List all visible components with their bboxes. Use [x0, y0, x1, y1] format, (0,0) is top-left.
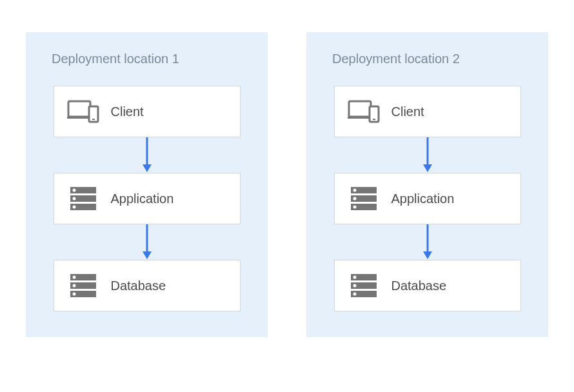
server-icon [67, 182, 99, 215]
svg-rect-1 [67, 117, 92, 119]
svg-point-29 [353, 189, 356, 192]
svg-rect-0 [68, 101, 90, 117]
svg-rect-21 [348, 117, 372, 119]
node-label: Database [391, 279, 447, 293]
svg-point-11 [72, 206, 75, 209]
server-icon [348, 182, 380, 215]
deployment-panel-2: Deployment location 2 Client [306, 32, 548, 337]
svg-point-19 [72, 293, 75, 296]
svg-point-37 [353, 276, 356, 279]
svg-marker-25 [423, 164, 432, 172]
server-icon [348, 270, 380, 302]
arrow-down-icon [141, 137, 153, 173]
deployment-title: Deployment location 1 [45, 52, 179, 66]
server-icon [67, 270, 99, 302]
client-node: Client [334, 86, 521, 137]
svg-marker-13 [143, 251, 152, 259]
svg-point-31 [353, 206, 356, 209]
devices-icon [348, 95, 380, 128]
client-node: Client [54, 86, 241, 137]
svg-point-10 [72, 197, 75, 201]
deployment-title: Deployment location 2 [326, 52, 460, 66]
svg-point-17 [72, 276, 75, 279]
arrow-down-icon [421, 137, 434, 173]
deployment-panel-1: Deployment location 1 Client [26, 32, 268, 337]
application-node: Application [334, 173, 521, 224]
svg-point-38 [353, 284, 356, 288]
svg-rect-20 [349, 101, 371, 117]
svg-marker-5 [143, 164, 152, 172]
node-label: Client [111, 104, 144, 119]
svg-rect-3 [92, 119, 95, 120]
svg-rect-23 [373, 119, 375, 120]
svg-point-30 [353, 197, 356, 201]
arrow-down-icon [141, 224, 153, 260]
node-label: Database [111, 279, 166, 293]
arrow-down-icon [421, 224, 434, 260]
application-node: Application [54, 173, 241, 224]
diagram-container: Deployment location 1 Client [0, 0, 574, 369]
svg-point-39 [353, 293, 356, 296]
node-label: Application [391, 191, 455, 206]
database-node: Database [54, 260, 241, 311]
devices-icon [67, 95, 99, 128]
svg-point-9 [72, 189, 75, 192]
svg-point-18 [72, 284, 75, 288]
node-label: Application [111, 191, 174, 206]
svg-marker-33 [423, 251, 432, 259]
node-label: Client [391, 104, 424, 119]
database-node: Database [334, 260, 521, 311]
